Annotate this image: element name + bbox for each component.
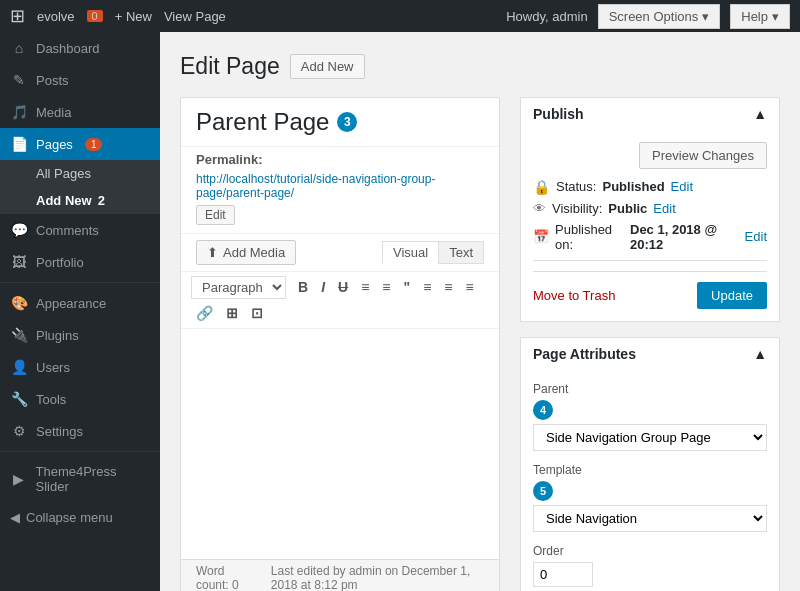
permalink-label: Permalink: [196, 152, 262, 167]
sidebar-item-settings[interactable]: ⚙ Settings [0, 415, 160, 447]
order-input[interactable] [533, 562, 593, 587]
menu-separator [0, 282, 160, 283]
main-column: Parent Page 3 Permalink: http://localhos… [180, 97, 500, 591]
status-value: Published [602, 179, 664, 194]
preview-changes-button[interactable]: Preview Changes [639, 142, 767, 169]
collapse-menu-button[interactable]: ◀ Collapse menu [0, 502, 160, 533]
page-attributes-body: Parent 4 (no parent)Side Navigation Grou… [521, 370, 779, 591]
visibility-edit-link[interactable]: Edit [653, 201, 675, 216]
status-edit-link[interactable]: Edit [671, 179, 693, 194]
link-button[interactable]: 🔗 [191, 302, 218, 324]
sidebar-item-portfolio[interactable]: 🖼 Portfolio [0, 246, 160, 278]
parent-select[interactable]: (no parent)Side Navigation Group Page [533, 424, 767, 451]
visibility-eye-icon: 👁 [533, 201, 546, 216]
publish-panel-body: Preview Changes 🔒 Status: Published Edit… [521, 130, 779, 321]
align-center-button[interactable]: ≡ [439, 276, 457, 298]
italic-button[interactable]: I [316, 276, 330, 298]
sidebar-item-label: Portfolio [36, 255, 84, 270]
published-label: Published on: [555, 222, 624, 252]
sidebar-item-label: Theme4Press Slider [36, 464, 151, 494]
sidebar-item-theme4press[interactable]: ▶ Theme4Press Slider [0, 456, 160, 502]
page-attributes-title: Page Attributes [533, 346, 636, 362]
site-name[interactable]: evolve [37, 9, 75, 24]
page-attributes-header[interactable]: Page Attributes ▲ [521, 338, 779, 370]
more-button[interactable]: ⊞ [221, 302, 243, 324]
list-ul-button[interactable]: ≡ [356, 276, 374, 298]
collapse-menu-icon: ◀ [10, 510, 20, 525]
screen-options-arrow-icon: ▾ [702, 9, 709, 24]
post-title-text: Parent Page [196, 108, 329, 136]
sidebar-item-appearance[interactable]: 🎨 Appearance [0, 287, 160, 319]
sidebar: ⌂ Dashboard ✎ Posts 🎵 Media 📄 Pages 1 Al… [0, 32, 160, 591]
sidebar-item-plugins[interactable]: 🔌 Plugins [0, 319, 160, 351]
add-new-page-button[interactable]: Add New [290, 54, 365, 79]
side-column: Publish ▲ Preview Changes 🔒 Status: Publ… [520, 97, 780, 591]
media-upload-row: ⬆ Add Media Visual Text [181, 233, 499, 271]
format-select[interactable]: Paragraph [191, 276, 286, 299]
move-to-trash-link[interactable]: Move to Trash [533, 288, 615, 303]
publish-date-row: 📅 Published on: Dec 1, 2018 @ 20:12 Edit [533, 222, 767, 252]
edit-columns: Parent Page 3 Permalink: http://localhos… [180, 97, 780, 591]
view-page-btn[interactable]: View Page [164, 9, 226, 24]
status-bullet-icon: 🔒 [533, 179, 550, 195]
list-ol-button[interactable]: ≡ [377, 276, 395, 298]
sidebar-item-label: Users [36, 360, 70, 375]
post-title-display: Parent Page 3 [196, 108, 484, 136]
published-value: Dec 1, 2018 @ 20:12 [630, 222, 739, 252]
sidebar-item-all-pages[interactable]: All Pages [0, 160, 160, 187]
permalink-edit-button[interactable]: Edit [196, 205, 235, 225]
add-new-pages-label: Add New [36, 193, 92, 208]
strikethrough-button[interactable]: U [333, 276, 353, 298]
publish-title: Publish [533, 106, 584, 122]
appearance-icon: 🎨 [10, 295, 28, 311]
pages-submenu: All Pages Add New 2 [0, 160, 160, 214]
text-tab[interactable]: Text [438, 241, 484, 264]
published-edit-link[interactable]: Edit [745, 229, 767, 244]
wp-logo-icon[interactable]: ⊞ [10, 5, 25, 27]
publish-panel-header[interactable]: Publish ▲ [521, 98, 779, 130]
sidebar-item-add-new[interactable]: Add New 2 [0, 187, 160, 214]
comments-icon: 💬 [10, 222, 28, 238]
editor-box: Parent Page 3 Permalink: http://localhos… [180, 97, 500, 591]
sidebar-item-label: Plugins [36, 328, 79, 343]
blockquote-button[interactable]: " [398, 276, 415, 298]
sidebar-item-label: Posts [36, 73, 69, 88]
align-left-button[interactable]: ≡ [418, 276, 436, 298]
new-content-btn[interactable]: + New [115, 9, 152, 24]
sidebar-item-comments[interactable]: 💬 Comments [0, 214, 160, 246]
publish-actions: Preview Changes [533, 142, 767, 169]
sidebar-item-posts[interactable]: ✎ Posts [0, 64, 160, 96]
post-title-badge: 3 [337, 112, 357, 132]
fullscreen-button[interactable]: ⊡ [246, 302, 268, 324]
template-select[interactable]: Default TemplateSide Navigation [533, 505, 767, 532]
add-media-button[interactable]: ⬆ Add Media [196, 240, 296, 265]
page-title: Edit Page [180, 52, 280, 82]
visibility-label: Visibility: [552, 201, 602, 216]
post-title-area: Parent Page 3 [181, 98, 499, 147]
screen-options-button[interactable]: Screen Options ▾ [598, 4, 721, 29]
parent-badge: 4 [533, 400, 553, 420]
collapse-menu-label: Collapse menu [26, 510, 113, 525]
align-right-button[interactable]: ≡ [460, 276, 478, 298]
pages-icon: 📄 [10, 136, 28, 152]
update-button[interactable]: Update [697, 282, 767, 309]
main-layout: ⌂ Dashboard ✎ Posts 🎵 Media 📄 Pages 1 Al… [0, 32, 800, 591]
sidebar-item-pages[interactable]: 📄 Pages 1 [0, 128, 160, 160]
sidebar-item-dashboard[interactable]: ⌂ Dashboard [0, 32, 160, 64]
permalink-link[interactable]: http://localhost/tutorial/side-navigatio… [196, 172, 484, 200]
sidebar-item-media[interactable]: 🎵 Media [0, 96, 160, 128]
sidebar-item-label: Dashboard [36, 41, 100, 56]
sidebar-item-label: Appearance [36, 296, 106, 311]
bold-button[interactable]: B [293, 276, 313, 298]
posts-icon: ✎ [10, 72, 28, 88]
sidebar-item-users[interactable]: 👤 Users [0, 351, 160, 383]
visual-tab[interactable]: Visual [382, 241, 438, 264]
sidebar-item-tools[interactable]: 🔧 Tools [0, 383, 160, 415]
comments-count-badge[interactable]: 0 [87, 10, 103, 22]
editor-content-area[interactable] [181, 329, 499, 559]
help-button[interactable]: Help ▾ [730, 4, 790, 29]
sidebar-item-label: Media [36, 105, 71, 120]
pages-badge: 1 [85, 138, 103, 151]
word-count-text: Word count: 0 [196, 564, 251, 591]
visibility-value: Public [608, 201, 647, 216]
